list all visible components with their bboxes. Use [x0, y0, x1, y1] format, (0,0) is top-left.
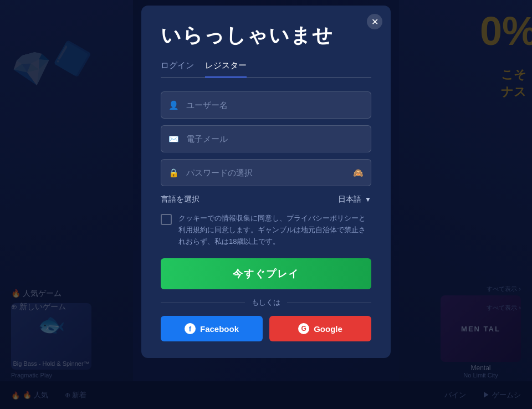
email-field-group: ✉️	[161, 125, 371, 152]
email-input[interactable]	[161, 125, 371, 152]
auth-tabs: ログイン レジスター	[161, 60, 371, 78]
consent-row: クッキーでの情報収集に同意し、プライバシーポリシーと利用規約に同意します。ギャン…	[161, 213, 371, 247]
username-field-group: 👤	[161, 91, 371, 119]
facebook-login-button[interactable]: f Facebook	[161, 316, 263, 341]
or-text: もしくは	[252, 298, 280, 308]
social-buttons: f Facebook G Google	[161, 316, 371, 341]
email-icon: ✉️	[168, 134, 179, 144]
tab-login[interactable]: ログイン	[161, 60, 194, 78]
password-field-group: 🔒 🙈	[161, 159, 371, 186]
password-input[interactable]	[161, 159, 371, 186]
language-selected: 日本語	[338, 195, 361, 204]
registration-modal: ✕ いらっしゃいませ ログイン レジスター 👤 ✉️ 🔒 🙈 言語を選択 日本語…	[141, 6, 391, 358]
username-input[interactable]	[161, 91, 371, 119]
chevron-down-icon: ▼	[365, 196, 371, 203]
divider-left	[161, 303, 245, 303]
close-button[interactable]: ✕	[367, 14, 382, 29]
user-icon: 👤	[168, 100, 179, 110]
google-icon: G	[298, 323, 309, 334]
lock-icon: 🔒	[168, 168, 179, 178]
modal-title: いらっしゃいませ	[161, 22, 371, 49]
google-label: Google	[314, 324, 342, 334]
facebook-label: Facebook	[200, 324, 239, 334]
facebook-icon: f	[185, 323, 196, 334]
language-label: 言語を選択	[161, 195, 200, 204]
password-toggle-icon[interactable]: 🙈	[353, 168, 364, 178]
language-selector[interactable]: 日本語 ▼	[338, 195, 371, 204]
google-login-button[interactable]: G Google	[269, 316, 371, 341]
consent-checkbox[interactable]	[161, 214, 172, 225]
language-row: 言語を選択 日本語 ▼	[161, 195, 371, 204]
consent-text: クッキーでの情報収集に同意し、プライバシーポリシーと利用規約に同意します。ギャン…	[178, 213, 371, 247]
play-button[interactable]: 今すぐプレイ	[161, 258, 371, 289]
tab-register[interactable]: レジスター	[205, 60, 247, 78]
divider-right	[287, 303, 371, 303]
or-divider: もしくは	[161, 298, 371, 308]
